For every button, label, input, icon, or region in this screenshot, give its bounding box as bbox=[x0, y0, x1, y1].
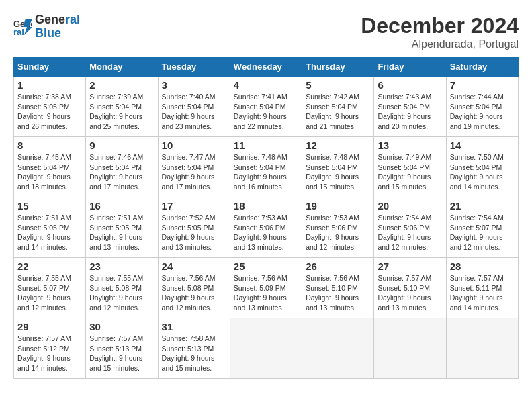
col-wednesday: Wednesday bbox=[230, 58, 302, 77]
day-info: Sunrise: 7:57 AMSunset: 5:11 PMDaylight:… bbox=[450, 274, 504, 312]
day-info: Sunrise: 7:47 AMSunset: 5:04 PMDaylight:… bbox=[162, 153, 216, 191]
day-number: 1 bbox=[17, 79, 82, 91]
day-number: 21 bbox=[450, 200, 515, 212]
day-info: Sunrise: 7:53 AMSunset: 5:06 PMDaylight:… bbox=[306, 214, 359, 251]
calendar-cell: 3 Sunrise: 7:40 AMSunset: 5:04 PMDayligh… bbox=[158, 77, 230, 137]
day-number: 2 bbox=[89, 79, 154, 91]
calendar-cell bbox=[374, 318, 446, 379]
day-info: Sunrise: 7:45 AMSunset: 5:04 PMDaylight:… bbox=[17, 153, 71, 191]
day-info: Sunrise: 7:51 AMSunset: 5:05 PMDaylight:… bbox=[89, 214, 143, 251]
calendar-cell: 26 Sunrise: 7:56 AMSunset: 5:10 PMDaylig… bbox=[302, 258, 374, 318]
day-number: 31 bbox=[162, 321, 226, 332]
calendar-cell: 31 Sunrise: 7:58 AMSunset: 5:13 PMDaylig… bbox=[158, 318, 230, 379]
day-number: 4 bbox=[234, 79, 298, 91]
day-info: Sunrise: 7:52 AMSunset: 5:05 PMDaylight:… bbox=[162, 214, 216, 251]
day-number: 7 bbox=[450, 79, 515, 91]
logo-text: General Blue bbox=[35, 13, 80, 40]
day-number: 5 bbox=[306, 79, 370, 91]
day-info: Sunrise: 7:54 AMSunset: 5:07 PMDaylight:… bbox=[450, 214, 504, 251]
header-row: Sunday Monday Tuesday Wednesday Thursday… bbox=[14, 58, 519, 77]
day-info: Sunrise: 7:56 AMSunset: 5:08 PMDaylight:… bbox=[162, 274, 216, 312]
col-tuesday: Tuesday bbox=[158, 58, 230, 77]
day-info: Sunrise: 7:41 AMSunset: 5:04 PMDaylight:… bbox=[234, 93, 287, 130]
day-number: 14 bbox=[450, 140, 515, 151]
calendar-cell: 23 Sunrise: 7:55 AMSunset: 5:08 PMDaylig… bbox=[86, 258, 158, 318]
day-number: 3 bbox=[162, 79, 226, 91]
day-number: 17 bbox=[162, 200, 226, 212]
day-info: Sunrise: 7:44 AMSunset: 5:04 PMDaylight:… bbox=[450, 93, 504, 130]
day-number: 23 bbox=[89, 261, 154, 272]
day-info: Sunrise: 7:50 AMSunset: 5:04 PMDaylight:… bbox=[450, 153, 504, 191]
calendar-cell: 17 Sunrise: 7:52 AMSunset: 5:05 PMDaylig… bbox=[158, 197, 230, 258]
day-info: Sunrise: 7:56 AMSunset: 5:10 PMDaylight:… bbox=[306, 274, 359, 312]
day-info: Sunrise: 7:58 AMSunset: 5:13 PMDaylight:… bbox=[162, 334, 216, 372]
day-info: Sunrise: 7:55 AMSunset: 5:08 PMDaylight:… bbox=[89, 274, 143, 312]
day-number: 22 bbox=[17, 261, 82, 272]
day-number: 11 bbox=[234, 140, 298, 151]
day-number: 15 bbox=[17, 200, 82, 212]
logo: Gene ral General Blue bbox=[13, 13, 80, 40]
calendar-cell: 15 Sunrise: 7:51 AMSunset: 5:05 PMDaylig… bbox=[14, 197, 86, 258]
day-number: 25 bbox=[234, 261, 298, 272]
day-number: 6 bbox=[378, 79, 442, 91]
calendar-cell: 24 Sunrise: 7:56 AMSunset: 5:08 PMDaylig… bbox=[158, 258, 230, 318]
location-title: Alpendurada, Portugal bbox=[361, 38, 519, 50]
calendar-table: Sunday Monday Tuesday Wednesday Thursday… bbox=[13, 57, 519, 379]
calendar-cell: 22 Sunrise: 7:55 AMSunset: 5:07 PMDaylig… bbox=[14, 258, 86, 318]
calendar-week-3: 15 Sunrise: 7:51 AMSunset: 5:05 PMDaylig… bbox=[14, 197, 519, 258]
page-header: Gene ral General Blue December 2024 Alpe… bbox=[13, 13, 519, 50]
calendar-cell: 9 Sunrise: 7:46 AMSunset: 5:04 PMDayligh… bbox=[86, 137, 158, 197]
calendar-cell: 19 Sunrise: 7:53 AMSunset: 5:06 PMDaylig… bbox=[302, 197, 374, 258]
calendar-cell: 28 Sunrise: 7:57 AMSunset: 5:11 PMDaylig… bbox=[446, 258, 518, 318]
day-number: 26 bbox=[306, 261, 370, 272]
calendar-body: 1 Sunrise: 7:38 AMSunset: 5:05 PMDayligh… bbox=[14, 77, 519, 379]
col-monday: Monday bbox=[86, 58, 158, 77]
day-info: Sunrise: 7:55 AMSunset: 5:07 PMDaylight:… bbox=[17, 274, 71, 312]
calendar-cell: 6 Sunrise: 7:43 AMSunset: 5:04 PMDayligh… bbox=[374, 77, 446, 137]
day-number: 29 bbox=[17, 321, 82, 332]
day-info: Sunrise: 7:48 AMSunset: 5:04 PMDaylight:… bbox=[306, 153, 359, 191]
day-number: 19 bbox=[306, 200, 370, 212]
svg-text:ral: ral bbox=[13, 27, 24, 36]
day-info: Sunrise: 7:43 AMSunset: 5:04 PMDaylight:… bbox=[378, 93, 431, 130]
day-number: 10 bbox=[162, 140, 226, 151]
col-saturday: Saturday bbox=[446, 58, 518, 77]
calendar-cell: 2 Sunrise: 7:39 AMSunset: 5:04 PMDayligh… bbox=[86, 77, 158, 137]
month-title: December 2024 bbox=[361, 13, 519, 38]
title-block: December 2024 Alpendurada, Portugal bbox=[361, 13, 519, 50]
day-info: Sunrise: 7:49 AMSunset: 5:04 PMDaylight:… bbox=[378, 153, 431, 191]
day-number: 27 bbox=[378, 261, 442, 272]
logo-icon: Gene ral bbox=[13, 17, 32, 36]
day-info: Sunrise: 7:57 AMSunset: 5:13 PMDaylight:… bbox=[89, 334, 143, 372]
calendar-cell: 30 Sunrise: 7:57 AMSunset: 5:13 PMDaylig… bbox=[86, 318, 158, 379]
calendar-cell bbox=[302, 318, 374, 379]
day-info: Sunrise: 7:42 AMSunset: 5:04 PMDaylight:… bbox=[306, 93, 359, 130]
calendar-cell bbox=[446, 318, 518, 379]
calendar-cell bbox=[230, 318, 302, 379]
calendar-cell: 27 Sunrise: 7:57 AMSunset: 5:10 PMDaylig… bbox=[374, 258, 446, 318]
calendar-cell: 8 Sunrise: 7:45 AMSunset: 5:04 PMDayligh… bbox=[14, 137, 86, 197]
calendar-cell: 7 Sunrise: 7:44 AMSunset: 5:04 PMDayligh… bbox=[446, 77, 518, 137]
col-sunday: Sunday bbox=[14, 58, 86, 77]
day-info: Sunrise: 7:53 AMSunset: 5:06 PMDaylight:… bbox=[234, 214, 287, 251]
calendar-cell: 1 Sunrise: 7:38 AMSunset: 5:05 PMDayligh… bbox=[14, 77, 86, 137]
day-info: Sunrise: 7:57 AMSunset: 5:12 PMDaylight:… bbox=[17, 334, 71, 372]
calendar-week-2: 8 Sunrise: 7:45 AMSunset: 5:04 PMDayligh… bbox=[14, 137, 519, 197]
day-number: 18 bbox=[234, 200, 298, 212]
calendar-cell: 10 Sunrise: 7:47 AMSunset: 5:04 PMDaylig… bbox=[158, 137, 230, 197]
calendar-cell: 12 Sunrise: 7:48 AMSunset: 5:04 PMDaylig… bbox=[302, 137, 374, 197]
day-number: 8 bbox=[17, 140, 82, 151]
calendar-cell: 20 Sunrise: 7:54 AMSunset: 5:06 PMDaylig… bbox=[374, 197, 446, 258]
day-number: 13 bbox=[378, 140, 442, 151]
day-number: 20 bbox=[378, 200, 442, 212]
day-number: 16 bbox=[89, 200, 154, 212]
calendar-cell: 29 Sunrise: 7:57 AMSunset: 5:12 PMDaylig… bbox=[14, 318, 86, 379]
day-info: Sunrise: 7:39 AMSunset: 5:04 PMDaylight:… bbox=[89, 93, 143, 130]
day-info: Sunrise: 7:46 AMSunset: 5:04 PMDaylight:… bbox=[89, 153, 143, 191]
calendar-week-5: 29 Sunrise: 7:57 AMSunset: 5:12 PMDaylig… bbox=[14, 318, 519, 379]
calendar-cell: 25 Sunrise: 7:56 AMSunset: 5:09 PMDaylig… bbox=[230, 258, 302, 318]
calendar-cell: 16 Sunrise: 7:51 AMSunset: 5:05 PMDaylig… bbox=[86, 197, 158, 258]
day-info: Sunrise: 7:48 AMSunset: 5:04 PMDaylight:… bbox=[234, 153, 287, 191]
col-friday: Friday bbox=[374, 58, 446, 77]
day-info: Sunrise: 7:51 AMSunset: 5:05 PMDaylight:… bbox=[17, 214, 71, 251]
